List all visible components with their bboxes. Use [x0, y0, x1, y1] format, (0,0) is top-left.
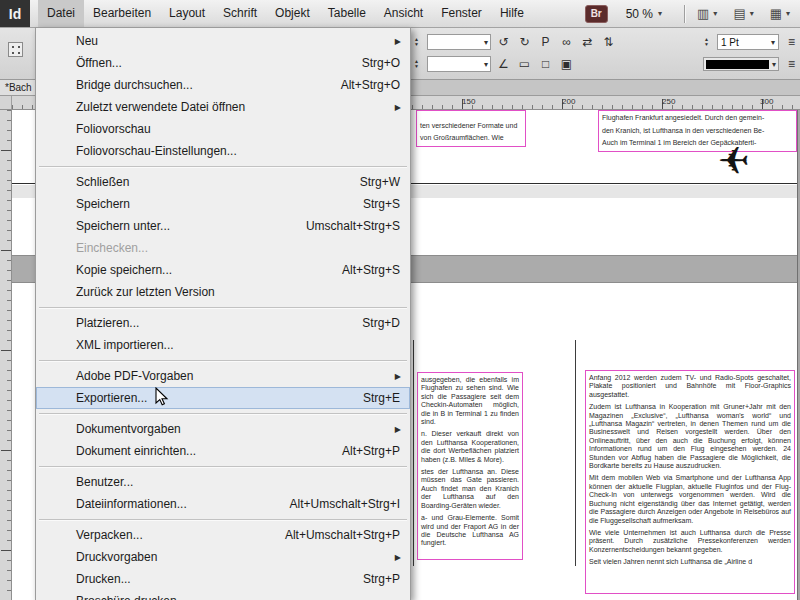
- airplane-graphic[interactable]: ✈: [718, 142, 750, 180]
- mouse-cursor: [155, 387, 169, 407]
- screen-mode-icon: ▤: [733, 6, 745, 21]
- link-icon[interactable]: ∞: [560, 35, 573, 49]
- stroke-style-preview[interactable]: ▾: [703, 57, 779, 71]
- text-frame-top-right[interactable]: Flughafen Frankfurt angesiedelt. Durch d…: [598, 110, 797, 152]
- panel-menu-icon[interactable]: ≡: [785, 57, 798, 71]
- menu-item-label: Dokumentvorgaben: [76, 422, 400, 436]
- menu-item-shortcut: Alt+Strg+O: [341, 78, 400, 92]
- frame-rect-icon[interactable]: ▭: [518, 57, 531, 71]
- menu-item-verpacken[interactable]: Verpacken...Alt+Umschalt+Strg+P: [36, 524, 410, 546]
- menu-item-adobe-pdf-vorgaben[interactable]: Adobe PDF-Vorgaben▶: [36, 365, 410, 387]
- view-options-control[interactable]: ▥▾: [697, 6, 717, 21]
- field-stepper[interactable]: ▲▼: [412, 37, 421, 47]
- stroke-weight-field[interactable]: 1 Pt ▾: [717, 34, 779, 50]
- text-frame-top-left[interactable]: ten verschiedener Formate undvon Großrau…: [416, 110, 526, 147]
- menu-item-dokumentvorgaben[interactable]: Dokumentvorgaben▶: [36, 418, 410, 440]
- menu-item-label: Neu: [76, 34, 400, 48]
- menu-objekt[interactable]: Objekt: [266, 0, 319, 27]
- menu-layout[interactable]: Layout: [160, 0, 214, 27]
- arrange-documents-icon: ▦: [770, 6, 782, 21]
- menu-item-offnen[interactable]: Öffnen...Strg+O: [36, 52, 410, 74]
- reference-point-proxy[interactable]: [8, 42, 23, 57]
- ruler-corner[interactable]: [0, 96, 12, 110]
- screen-mode-control[interactable]: ▤▾: [733, 6, 753, 21]
- menu-ansicht[interactable]: Ansicht: [375, 0, 432, 27]
- corner-options-icon[interactable]: ▣: [560, 57, 573, 71]
- menu-item-bridge-durchsuchen[interactable]: Bridge durchsuchen...Alt+Strg+O: [36, 74, 410, 96]
- transform-field-2[interactable]: ▾: [427, 56, 491, 72]
- rotate-ccw-icon[interactable]: ↺: [497, 35, 510, 49]
- menu-item-label: Dateiinformationen...: [76, 497, 274, 511]
- menu-item-einchecken: Einchecken...: [36, 237, 410, 259]
- menu-hilfe[interactable]: Hilfe: [491, 0, 533, 27]
- menu-item-shortcut: Alt+Umschalt+Strg+P: [285, 528, 400, 542]
- shear-icon[interactable]: ∠: [497, 57, 510, 71]
- menu-item-broschure-drucken[interactable]: Broschüre drucken...: [36, 590, 410, 600]
- flip-vertical-icon[interactable]: ⇅: [602, 35, 615, 49]
- menu-item-label: Foliovorschau-Einstellungen...: [76, 144, 400, 158]
- arrange-documents-control[interactable]: ▦▾: [770, 6, 790, 21]
- menu-item-platzieren[interactable]: Platzieren...Strg+D: [36, 312, 410, 334]
- menu-fenster[interactable]: Fenster: [432, 0, 491, 27]
- menu-item-neu[interactable]: Neu▶: [36, 30, 410, 52]
- menu-bearbeiten[interactable]: Bearbeiten: [84, 0, 160, 27]
- menu-item-label: Drucken...: [76, 572, 347, 586]
- stroke-weight-stepper[interactable]: ▲▼: [702, 37, 711, 47]
- panel-menu-icon[interactable]: ≡: [785, 35, 798, 49]
- menu-item-label: Dokument einrichten...: [76, 444, 326, 458]
- paragraph-style-icon[interactable]: P: [539, 35, 552, 49]
- menu-item-speichern-unter[interactable]: Speichern unter...Umschalt+Strg+S: [36, 215, 410, 237]
- field-stepper[interactable]: ▲▼: [412, 59, 421, 69]
- paragraph: Anfang 2012 werden zudem TV- und Radio-S…: [589, 374, 791, 399]
- menu-datei[interactable]: Datei: [38, 0, 84, 27]
- menu-item-zuletzt-verwendete-datei-offnen[interactable]: Zuletzt verwendete Datei öffnen▶: [36, 96, 410, 118]
- menu-tabelle[interactable]: Tabelle: [319, 0, 375, 27]
- menu-item-label: Öffnen...: [76, 56, 346, 70]
- menu-item-foliovorschau-einstellungen[interactable]: Foliovorschau-Einstellungen...: [36, 140, 410, 162]
- menu-item-druckvorgaben[interactable]: Druckvorgaben▶: [36, 546, 410, 568]
- menu-separator: [37, 303, 409, 312]
- menu-item-exportieren[interactable]: Exportieren...Strg+E: [36, 387, 410, 409]
- menu-item-schliessen[interactable]: SchließenStrg+W: [36, 171, 410, 193]
- vertical-ruler[interactable]: [0, 110, 12, 600]
- menu-schrift[interactable]: Schrift: [214, 0, 266, 27]
- bridge-button[interactable]: Br: [585, 5, 608, 23]
- menu-item-foliovorschau[interactable]: Foliovorschau: [36, 118, 410, 140]
- paragraph: Flughafen Frankfurt angesiedelt. Durch d…: [602, 114, 793, 123]
- text-frame-right-column[interactable]: Anfang 2012 werden zudem TV- und Radio-S…: [585, 370, 795, 594]
- menu-item-speichern[interactable]: SpeichernStrg+S: [36, 193, 410, 215]
- menu-item-xml-importieren[interactable]: XML importieren...: [36, 334, 410, 356]
- menu-item-kopie-speichern[interactable]: Kopie speichern...Alt+Strg+S: [36, 259, 410, 281]
- menu-item-label: Broschüre drucken...: [76, 594, 400, 600]
- transform-field-1[interactable]: ▾: [427, 34, 491, 50]
- menu-item-label: Druckvorgaben: [76, 550, 400, 564]
- text-frame-left-column[interactable]: ausgegeben, die ebenfalls im Flughafen z…: [417, 372, 523, 560]
- paragraph: ten verschiedener Formate und: [420, 122, 522, 130]
- logo-text: Id: [9, 6, 21, 22]
- menu-item-label: Adobe PDF-Vorgaben: [76, 369, 400, 383]
- menu-item-shortcut: Alt+Strg+P: [342, 444, 400, 458]
- menu-item-shortcut: Strg+P: [363, 572, 400, 586]
- flip-horizontal-icon[interactable]: ⇄: [581, 35, 594, 49]
- menu-item-label: Bridge durchsuchen...: [76, 78, 325, 92]
- menu-item-zuruck-zur-letzten-version[interactable]: Zurück zur letzten Version: [36, 281, 410, 303]
- menu-separator: [37, 515, 409, 524]
- menu-item-shortcut: Strg+E: [363, 391, 400, 405]
- chevron-down-icon: ▾: [658, 9, 662, 18]
- square-icon[interactable]: □: [539, 57, 552, 71]
- menu-item-dateiinformationen[interactable]: Dateiinformationen...Alt+Umschalt+Strg+I: [36, 493, 410, 515]
- menu-item-dokument-einrichten[interactable]: Dokument einrichten...Alt+Strg+P: [36, 440, 410, 462]
- paragraph: n. Dieser verkauft direkt von den Luftha…: [421, 430, 519, 464]
- zoom-level-control[interactable]: 50 % ▾: [626, 7, 662, 21]
- indesign-window: 150200250300 ten verschiedener Formate u…: [0, 0, 800, 600]
- menu-item-label: Exportieren...: [76, 391, 347, 405]
- submenu-arrow-icon: ▶: [395, 103, 401, 112]
- paragraph: von Großraumflächen. Wie: [420, 134, 522, 142]
- chevron-down-icon: ▾: [750, 9, 754, 18]
- menu-bar: Id DateiBearbeitenLayoutSchriftObjektTab…: [0, 0, 800, 28]
- menu-item-drucken[interactable]: Drucken...Strg+P: [36, 568, 410, 590]
- paragraph: Mit dem mobilen Web via Smartphone und d…: [589, 474, 791, 524]
- rotate-cw-icon[interactable]: ↻: [518, 35, 531, 49]
- column-rule-right: [575, 340, 576, 566]
- menu-item-benutzer[interactable]: Benutzer...: [36, 471, 410, 493]
